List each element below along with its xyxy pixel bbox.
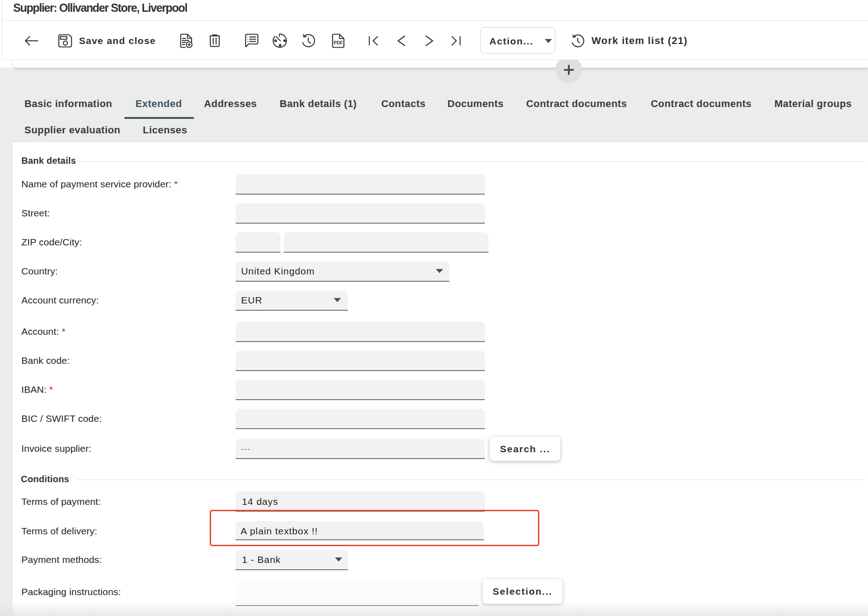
svg-text:PDF: PDF <box>334 40 343 45</box>
